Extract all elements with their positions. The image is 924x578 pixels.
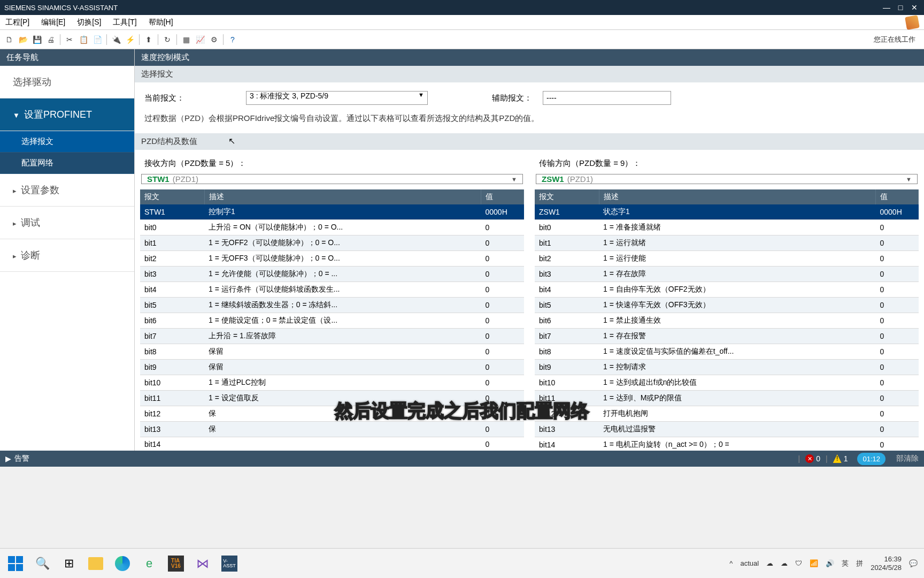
- table-row[interactable]: bit101 = 达到或超出f或n的比较值0: [535, 375, 919, 391]
- connect-icon[interactable]: 🔌: [110, 34, 122, 45]
- minimize-icon[interactable]: —: [881, 2, 892, 13]
- table-row[interactable]: bit141 = 电机正向旋转（n_act >= 0）；0 = 0: [535, 437, 919, 451]
- weather-icon[interactable]: ☁: [766, 559, 773, 567]
- wifi-icon[interactable]: 📶: [810, 559, 818, 567]
- table-row[interactable]: bit21 = 运行使能0: [535, 251, 919, 267]
- sidebar-select-drive[interactable]: 选择驱动: [0, 66, 134, 98]
- table-row[interactable]: bit0上升沿 = ON（可以使能脉冲）；0 = O...0: [140, 220, 524, 235]
- search-icon[interactable]: 🔍: [33, 554, 51, 573]
- maximize-icon[interactable]: □: [895, 2, 906, 13]
- table-row[interactable]: bit12打开电机抱闸0: [535, 406, 919, 422]
- clear-button[interactable]: 部清除: [896, 454, 919, 463]
- table-row[interactable]: bit31 = 允许使能（可以使能脉冲）；0 = ...0: [140, 267, 524, 282]
- sidebar-select-telegram[interactable]: 选择报文: [0, 131, 134, 153]
- windows-taskbar: 🔍 ⊞ e TIAV16 ⋈ V-ASST ^ actual ☁ ☁ 🛡 📶 🔊…: [0, 548, 924, 578]
- table-row[interactable]: bit81 = 速度设定值与实际值的偏差在t_off...0: [535, 344, 919, 360]
- th-value: 值: [481, 189, 524, 204]
- menu-project[interactable]: 工程[P]: [5, 18, 29, 27]
- table-row[interactable]: bit41 = 运行条件（可以使能斜坡函数发生...0: [140, 282, 524, 298]
- current-telegram-select[interactable]: 3 : 标准报文 3, PZD-5/9▼: [246, 91, 428, 105]
- mode-header: 速度控制模式: [135, 49, 924, 66]
- print-icon[interactable]: 🖨: [45, 34, 57, 45]
- visual-studio-icon[interactable]: ⋈: [194, 554, 212, 573]
- time-pill: 01:12: [857, 453, 886, 465]
- table-icon[interactable]: ▦: [180, 34, 192, 45]
- settings-icon[interactable]: ⚙: [208, 34, 220, 45]
- table-row[interactable]: bit51 = 继续斜坡函数发生器；0 = 冻结斜...0: [140, 298, 524, 313]
- table-row[interactable]: bit8保留0: [140, 344, 524, 360]
- notification-icon[interactable]: 💬: [909, 559, 918, 567]
- ime-lang[interactable]: 英: [842, 559, 849, 568]
- table-row[interactable]: bit101 = 通过PLC控制0: [140, 375, 524, 391]
- table-row[interactable]: bit11 = 运行就绪0: [535, 235, 919, 251]
- menu-tools[interactable]: 工具[T]: [113, 18, 136, 27]
- clock[interactable]: 16:39 2024/5/28: [871, 555, 902, 572]
- table-row[interactable]: bit7上升沿 = 1.应答故障0: [140, 329, 524, 344]
- warning-count: 1: [844, 454, 848, 463]
- chart-icon[interactable]: 📈: [194, 34, 206, 45]
- help-icon[interactable]: ?: [227, 34, 238, 45]
- save-icon[interactable]: 💾: [31, 34, 43, 45]
- alarm-expand-icon[interactable]: ▶: [5, 454, 11, 463]
- menu-help[interactable]: 帮助[H]: [149, 18, 173, 27]
- recv-pzd-select[interactable]: STW1(PZD1)▼: [141, 174, 523, 184]
- open-icon[interactable]: 📂: [17, 34, 29, 45]
- cut-icon[interactable]: ✂: [64, 34, 75, 45]
- v-assistant-icon[interactable]: V-ASST: [220, 554, 238, 573]
- copy-icon[interactable]: 📋: [78, 34, 89, 45]
- select-telegram-header: 选择报文: [135, 66, 924, 82]
- sidebar-config-network[interactable]: 配置网络: [0, 153, 134, 174]
- table-row[interactable]: bit11 = 无OFF2（可以使能脉冲）；0 = O...0: [140, 235, 524, 251]
- browser-icon[interactable]: e: [140, 554, 158, 573]
- table-row[interactable]: bit111 = 达到I、M或P的限值0: [535, 391, 919, 406]
- table-row[interactable]: bit13无电机过温报警0: [535, 422, 919, 437]
- table-row[interactable]: bit31 = 存在故障0: [535, 267, 919, 282]
- table-row[interactable]: bit61 = 使能设定值；0 = 禁止设定值（设...0: [140, 313, 524, 329]
- close-icon[interactable]: ✕: [909, 2, 920, 13]
- sidebar-debug[interactable]: ▸调试: [0, 207, 134, 239]
- ime-mode[interactable]: 拼: [856, 559, 863, 568]
- task-view-icon[interactable]: ⊞: [60, 554, 78, 573]
- table-row[interactable]: bit9保留0: [140, 360, 524, 375]
- disconnect-icon[interactable]: ⚡: [124, 34, 136, 45]
- onedrive-icon[interactable]: ☁: [781, 559, 788, 567]
- security-icon[interactable]: 🛡: [795, 559, 802, 567]
- error-icon: ✕: [805, 454, 814, 463]
- start-button[interactable]: [6, 554, 25, 573]
- explorer-icon[interactable]: [87, 554, 105, 573]
- sidebar-diagnosis[interactable]: ▸诊断: [0, 239, 134, 272]
- edge-icon[interactable]: [113, 554, 132, 573]
- new-icon[interactable]: 🗋: [3, 34, 15, 45]
- table-row[interactable]: bit41 = 自由停车无效（OFF2无效）0: [535, 282, 919, 298]
- table-row[interactable]: bit140: [140, 437, 524, 451]
- table-row[interactable]: bit13保0: [140, 422, 524, 437]
- menu-edit[interactable]: 编辑[E]: [41, 18, 65, 27]
- volume-icon[interactable]: 🔊: [826, 559, 834, 567]
- aux-telegram-field[interactable]: ----: [543, 91, 671, 105]
- sidebar: 任务导航 选择驱动 ▼设置PROFINET 选择报文 配置网络 ▸设置参数 ▸调…: [0, 49, 135, 451]
- tray-chevron-icon[interactable]: ^: [729, 559, 733, 567]
- table-row[interactable]: bit01 = 准备接通就绪0: [535, 220, 919, 235]
- table-row[interactable]: STW1控制字10000H: [140, 204, 524, 220]
- table-row[interactable]: bit71 = 存在报警0: [535, 329, 919, 344]
- chevron-down-icon: ▼: [511, 176, 517, 182]
- online-status: 您正在线工作: [874, 35, 921, 44]
- upload-icon[interactable]: ⬆: [143, 34, 155, 45]
- refresh-icon[interactable]: ↻: [161, 34, 173, 45]
- table-row[interactable]: bit51 = 快速停车无效（OFF3无效）0: [535, 298, 919, 313]
- chevron-right-icon: ▸: [13, 219, 17, 227]
- sidebar-set-profinet[interactable]: ▼设置PROFINET: [0, 98, 134, 131]
- table-row[interactable]: bit21 = 无OFF3（可以使能脉冲）；0 = O...0: [140, 251, 524, 267]
- tia-portal-icon[interactable]: TIAV16: [167, 554, 185, 573]
- paste-icon[interactable]: 📄: [91, 34, 103, 45]
- table-row[interactable]: bit61 = 禁止接通生效0: [535, 313, 919, 329]
- menu-switch[interactable]: 切换[S]: [77, 18, 101, 27]
- table-row[interactable]: bit91 = 控制请求0: [535, 360, 919, 375]
- error-count: 0: [816, 454, 820, 463]
- chevron-right-icon: ▸: [13, 187, 17, 195]
- chevron-down-icon: ▼: [418, 92, 424, 98]
- sidebar-set-params[interactable]: ▸设置参数: [0, 174, 134, 207]
- table-row[interactable]: ZSW1状态字10000H: [535, 204, 919, 220]
- send-pzd-select[interactable]: ZSW1(PZD1)▼: [536, 174, 918, 184]
- th-value: 值: [876, 189, 919, 204]
